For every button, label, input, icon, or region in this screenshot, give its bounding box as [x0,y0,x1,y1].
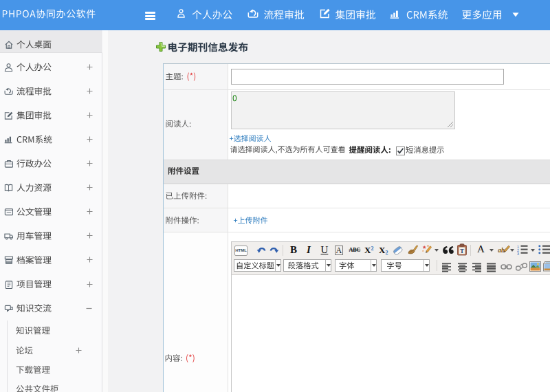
svg-text:T: T [460,248,464,254]
svg-text:3: 3 [517,252,519,256]
